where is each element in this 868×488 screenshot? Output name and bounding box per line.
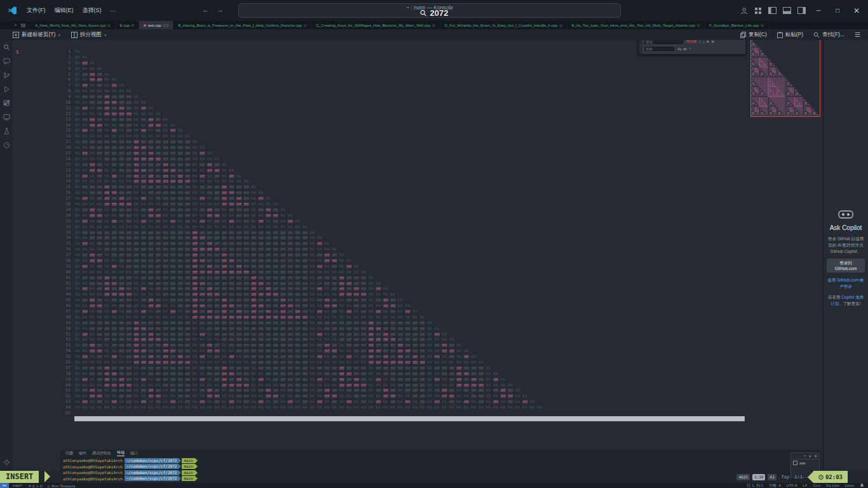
match-case-toggle[interactable]: Aa bbox=[677, 47, 681, 51]
tab-suffix: U bbox=[304, 24, 306, 27]
code-token: kk bbox=[310, 371, 318, 377]
code-token: @@ bbox=[200, 320, 207, 326]
split-view-button[interactable]: 拆分视图 ∨ bbox=[71, 31, 107, 39]
new-tab-icon[interactable]: + bbox=[14, 22, 17, 28]
code-token: kk bbox=[280, 224, 288, 230]
bell-icon[interactable] bbox=[860, 484, 864, 488]
menu-item-2[interactable]: 选择(S) bbox=[78, 6, 106, 15]
menu-item-0[interactable]: 文件(F) bbox=[22, 6, 50, 15]
minimap[interactable] bbox=[750, 38, 820, 119]
panel-tab-调试控制台[interactable]: 调试控制台 bbox=[92, 451, 111, 456]
terminal-tab[interactable]: B_Having_Been_a_Treasurer_in_the_Past_I_… bbox=[173, 21, 311, 29]
terminal-chevron-icon[interactable]: ∨ bbox=[809, 454, 811, 458]
whole-word-toggle[interactable]: ab bbox=[683, 47, 687, 51]
code-token: @@ bbox=[295, 292, 302, 297]
statusbar-right-item-4[interactable]: C++ bbox=[813, 484, 820, 487]
find-button[interactable]: 查找(F)... bbox=[813, 31, 844, 39]
statusbar-right-item-0[interactable]: 行 1, 列 1 bbox=[747, 483, 763, 488]
find-prev-icon[interactable]: ↑ bbox=[699, 39, 701, 44]
statusbar-left-item-1[interactable]: ✕ 0 ⚠ 0 bbox=[28, 484, 42, 488]
new-tab-button[interactable]: 新建标签页(T) ∨ bbox=[13, 31, 61, 39]
terminal-close-icon[interactable]: ✕ bbox=[814, 454, 817, 458]
code-token: @@ bbox=[163, 190, 171, 196]
settings-gear-icon[interactable] bbox=[0, 459, 13, 482]
code-token: @@ bbox=[339, 326, 347, 332]
remote-explorer-icon[interactable] bbox=[3, 114, 10, 121]
terminal-tab[interactable]: A_New_World_Now_My_New_Acces.cppC bbox=[31, 21, 116, 29]
code-token: @@ bbox=[104, 190, 112, 196]
terminal-tab[interactable]: E.cppF bbox=[116, 21, 139, 29]
code-token: kk bbox=[310, 241, 318, 247]
code-token: @@ bbox=[280, 315, 288, 320]
code-token: kk bbox=[317, 235, 322, 241]
search-icon[interactable] bbox=[3, 44, 10, 51]
chat-icon[interactable] bbox=[3, 58, 10, 65]
code-buffer[interactable]: 1kk2kk kk3kk @@ kk4kk kk kk kk5kk @@ @@ … bbox=[60, 40, 542, 416]
terminal-add-icon[interactable]: + bbox=[804, 454, 806, 458]
statusbar-right-item-3[interactable]: LF bbox=[803, 484, 808, 487]
copilot-signin-button[interactable]: 登录到 GitHub.com bbox=[827, 259, 865, 273]
statusbar-left-item-2[interactable]: ▷ Run Timeouts bbox=[48, 484, 75, 488]
code-token: @@ bbox=[163, 162, 171, 168]
panel-tab-问题[interactable]: 问题 bbox=[65, 451, 73, 456]
copilot-signin-link[interactable]: 使用 GitHub.com 帐户登录 bbox=[824, 277, 868, 290]
copy-button[interactable]: 复制(C) bbox=[740, 31, 767, 39]
code-token: kk bbox=[442, 337, 449, 342]
minimap-canvas[interactable] bbox=[750, 38, 820, 117]
statusbar-left-item-0[interactable]: main* bbox=[13, 484, 22, 488]
terminal-list-item[interactable]: zsh bbox=[791, 459, 819, 466]
panel-tab-终端[interactable]: 终端 bbox=[117, 450, 125, 456]
code-token: kk bbox=[104, 117, 112, 123]
code-token: kk bbox=[515, 393, 523, 399]
back-arrow-icon[interactable]: ← bbox=[202, 6, 209, 13]
code-token: kk bbox=[163, 123, 171, 128]
remote-indicator[interactable]: >< bbox=[0, 483, 9, 488]
replace-input[interactable] bbox=[644, 46, 675, 52]
code-token: kk bbox=[259, 405, 266, 410]
terminal-output[interactable]: athlonyaoko@OhSayeYakiArch~/codeben/xcpc… bbox=[63, 458, 198, 482]
code-token: @@ bbox=[332, 348, 339, 354]
regex-toggle[interactable]: .* bbox=[689, 47, 691, 51]
paste-button[interactable]: 粘贴(P) bbox=[777, 31, 803, 39]
code-token: kk bbox=[310, 269, 318, 275]
code-token: @@ bbox=[141, 377, 149, 383]
dashboard-icon[interactable] bbox=[3, 142, 10, 149]
tab-list-icon[interactable]: ▤ bbox=[21, 22, 26, 28]
layout-grid-icon[interactable] bbox=[754, 7, 762, 15]
find-in-selection-icon[interactable]: ≡ bbox=[707, 39, 709, 44]
statusbar-right-item-5[interactable]: Go Live bbox=[826, 484, 839, 487]
panel-right-icon[interactable] bbox=[797, 7, 806, 14]
code-token: kk bbox=[207, 405, 215, 410]
terminal-tab[interactable]: E_Its_Too_Late_Your_Here_and_His_Two_Hit… bbox=[567, 21, 705, 29]
line-number: 39 bbox=[60, 264, 71, 269]
extensions-icon[interactable] bbox=[3, 100, 10, 107]
forward-arrow-icon[interactable]: → bbox=[217, 6, 224, 13]
maximize-button[interactable]: □ bbox=[831, 7, 844, 14]
terminal-tab[interactable]: C_Creating_Keys_for_St0Rages_Has_Become_… bbox=[311, 21, 440, 29]
run-debug-icon[interactable] bbox=[3, 86, 10, 93]
panel-bottom-icon[interactable] bbox=[783, 7, 791, 14]
find-next-icon[interactable]: ↓ bbox=[703, 39, 705, 44]
code-token: kk bbox=[515, 399, 523, 405]
testing-icon[interactable] bbox=[3, 128, 10, 135]
code-token: @@ bbox=[295, 371, 302, 377]
terminal-tab[interactable]: D_For_Wizards_the_Exam_Is_Easy_but_I_Cou… bbox=[440, 21, 567, 29]
terminal-tab[interactable]: F_Goodbye_Banker_Life.cppU bbox=[705, 21, 768, 29]
menu-item-1[interactable]: 编辑(E) bbox=[50, 6, 78, 15]
statusbar-right-item-1[interactable]: 空格: 4 bbox=[769, 483, 781, 488]
minimize-button[interactable]: ─ bbox=[812, 7, 825, 14]
menu-item-3[interactable]: ··· bbox=[106, 8, 121, 14]
hamburger-menu-icon[interactable]: ☰ bbox=[855, 31, 860, 38]
code-token: @@ bbox=[170, 219, 178, 224]
terminal-tab[interactable]: test.cpp2,1 bbox=[139, 21, 173, 29]
panel-tab-输出[interactable]: 输出 bbox=[79, 451, 86, 456]
code-token: @@ bbox=[259, 377, 266, 383]
code-token: kk bbox=[75, 269, 83, 275]
panel-left-icon[interactable] bbox=[768, 7, 776, 14]
panel-tab-端口[interactable]: 端口 bbox=[130, 451, 138, 456]
source-control-icon[interactable] bbox=[3, 72, 10, 79]
statusbar-right-item-6[interactable]: Linux bbox=[845, 484, 854, 487]
close-button[interactable]: ✕ bbox=[850, 6, 863, 15]
account-icon[interactable] bbox=[740, 7, 748, 15]
statusbar-right-item-2[interactable]: UTF-8 bbox=[787, 484, 797, 487]
